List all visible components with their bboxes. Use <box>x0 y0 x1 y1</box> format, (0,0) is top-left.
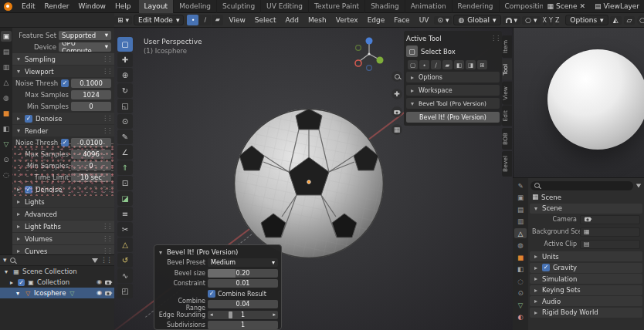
edge-select-button[interactable]: ∕ <box>199 15 211 25</box>
outliner-row-scene-collection[interactable]: ▾ ▦ Scene Collection <box>0 266 114 277</box>
proportional-edit-button[interactable]: ○ ▾ <box>522 16 540 25</box>
render-noise-threshold-field[interactable]: 0.0100 <box>71 138 111 147</box>
tool-scale[interactable]: ◱ <box>117 99 133 113</box>
menu-window[interactable]: Window <box>73 2 110 10</box>
sidebar-tab-edit[interactable]: Edit <box>502 106 512 126</box>
mode-dropdown[interactable]: Edit Mode ▾ <box>134 15 184 25</box>
outliner-row-collection[interactable]: ▸ ✓ ▣ Collection ◉ <box>0 277 114 288</box>
active-tool-row[interactable]: ▢ Select Box <box>406 45 500 57</box>
mode-button-5[interactable]: ◧ <box>454 60 464 69</box>
tool-spin[interactable]: ↺ <box>117 253 133 268</box>
volumes-section-header[interactable]: ▸ Volumes ⋮⋮ <box>12 233 114 244</box>
units-section-header[interactable]: ▸ Units <box>530 251 642 261</box>
menu-vertex[interactable]: Vertex <box>332 16 362 24</box>
render-max-samples-field[interactable]: 4096 <box>71 150 111 159</box>
render-tab[interactable]: ▣ <box>514 193 527 203</box>
scene-unlink-icon[interactable]: ✕ <box>579 3 585 10</box>
hide-eye-icon[interactable]: ◉ <box>97 290 102 296</box>
output-tab[interactable]: ▤ <box>514 204 527 214</box>
tab-rendering[interactable]: Rendering <box>452 0 500 13</box>
tool-smooth[interactable]: ∿ <box>117 268 133 283</box>
icosphere-mesh[interactable] <box>228 103 390 264</box>
mode-button-6[interactable]: ◨ <box>466 60 476 69</box>
view-layer-properties-tab[interactable]: ▥ <box>1 62 12 72</box>
tab-uv-editing[interactable]: UV Editing <box>261 0 309 13</box>
filter-icon[interactable] <box>92 258 98 263</box>
gizmo-x-axis[interactable] <box>355 60 361 66</box>
render-noise-threshold-checkbox[interactable]: ✓ <box>61 139 69 146</box>
keying-sets-section-header[interactable]: ▸ Keying Sets <box>530 285 642 295</box>
drag-grip-icon[interactable]: ⋮⋮ <box>102 127 111 134</box>
edge-rounding-slider[interactable]: ◂ 1 ▸ <box>208 311 278 319</box>
tool-knife[interactable]: ✂ <box>117 222 133 237</box>
tab-animation[interactable]: Animation <box>405 0 452 13</box>
menu-view[interactable]: View <box>225 16 249 24</box>
menu-add[interactable]: Add <box>282 16 303 24</box>
zoom-button[interactable] <box>391 71 402 82</box>
camera-field[interactable] <box>580 215 640 224</box>
subdivisions-field[interactable]: 1 <box>208 321 278 329</box>
tool-bevel[interactable]: ◪ <box>117 191 133 206</box>
xray-toggle-button[interactable]: ▱ <box>624 16 636 25</box>
search-input[interactable] <box>530 181 633 190</box>
tool-rotate[interactable]: ↻ <box>117 83 133 98</box>
tool-transform[interactable]: ⊙ <box>117 114 133 129</box>
tab-texture-paint[interactable]: Texture Paint <box>309 0 365 13</box>
min-samples-field[interactable]: 0 <box>71 102 111 111</box>
object-data-tab[interactable]: ▽ <box>514 300 527 310</box>
constraint-properties-tab[interactable]: ◌ <box>1 170 12 180</box>
mode-button-1[interactable]: ▢ <box>408 60 418 69</box>
tab-sculpting[interactable]: Sculpting <box>217 0 261 13</box>
object-data-properties-tab[interactable]: ▽ <box>1 139 12 150</box>
perspective-toggle-button[interactable]: ▦ <box>391 124 402 135</box>
menu-uv[interactable]: UV <box>415 16 433 24</box>
menu-select[interactable]: Select <box>251 16 280 24</box>
drag-grip-icon[interactable]: ⋮⋮ <box>102 223 111 230</box>
chevron-down-icon[interactable]: ▾ <box>2 268 10 275</box>
show-overlays-button[interactable]: ◭ <box>610 16 622 25</box>
scene-properties-tab[interactable]: △ <box>1 77 12 88</box>
mode-button-4[interactable]: ▰ <box>442 60 452 69</box>
light-paths-section-header[interactable]: ▸ Light Paths ⋮⋮ <box>12 221 114 232</box>
tool-tab[interactable]: ✎ <box>514 180 527 190</box>
advanced-section-header[interactable]: ▸ Advanced <box>12 208 114 220</box>
menu-mesh[interactable]: Mesh <box>304 16 330 24</box>
chevron-down-icon[interactable]: ▾ <box>14 290 22 297</box>
tool-cursor[interactable]: ✚ <box>117 52 133 67</box>
sidebar-tab-bob[interactable]: BOB <box>502 128 512 150</box>
sidebar-tab-item[interactable]: Item <box>502 35 512 58</box>
tool-rip-region[interactable]: ◰ <box>117 284 133 298</box>
drag-grip-icon[interactable]: ⋮⋮ <box>102 186 111 193</box>
modifiers-tab[interactable]: ◧ <box>514 264 527 274</box>
bevel-it-button[interactable]: Bevel It! (Pro Version) <box>406 112 500 123</box>
view-layer-selector[interactable]: ▤ ViewLayer <box>590 2 644 10</box>
collection-checkbox[interactable]: ✓ <box>18 279 25 286</box>
drag-grip-icon[interactable]: ⋮⋮ <box>100 257 111 264</box>
render-min-samples-field[interactable]: 0 <box>71 161 111 170</box>
physics-tab[interactable]: ⊙ <box>514 288 527 298</box>
noise-threshold-checkbox[interactable]: ✓ <box>61 79 69 87</box>
editor-type-button[interactable]: ⊞ ▾ <box>114 16 132 25</box>
bevel-preset-dropdown[interactable]: Medium ▾ <box>208 258 278 267</box>
combine-range-field[interactable]: 0.04 <box>208 300 278 308</box>
device-dropdown[interactable]: GPU Compute ▾ <box>59 42 111 52</box>
face-select-button[interactable]: ▰ <box>212 15 223 25</box>
background-scene-field[interactable]: ▦ <box>580 227 640 237</box>
render-subsection-header[interactable]: ▾ Render ⋮⋮ <box>12 125 114 136</box>
drag-grip-icon[interactable]: ⋮⋮ <box>102 235 111 242</box>
pivot-point-button[interactable]: ⊙ ▾ <box>434 16 452 25</box>
sampling-section-header[interactable]: ▾ Sampling ⋮⋮ <box>12 53 114 65</box>
chevron-down-icon[interactable]: ▾ <box>3 257 7 264</box>
combine-result-checkbox[interactable]: ✓ <box>208 290 215 298</box>
disable-render-camera-icon[interactable] <box>105 280 111 285</box>
mirror-z-toggle[interactable]: Z <box>555 15 559 25</box>
tool-poly-build[interactable]: △ <box>117 237 133 252</box>
hide-eye-icon[interactable]: ◉ <box>97 279 102 285</box>
render-properties-tab[interactable]: ▣ <box>1 31 12 42</box>
step-left-icon[interactable]: ◂ <box>210 311 213 318</box>
blender-logo-icon[interactable] <box>4 2 12 11</box>
noise-threshold-field[interactable]: 0.1000 <box>71 79 111 88</box>
tool-inset-faces[interactable]: ⊡ <box>117 176 133 190</box>
tab-modeling[interactable]: Modeling <box>174 0 217 13</box>
sidebar-tab-bevel[interactable]: Bevel <box>502 151 512 177</box>
